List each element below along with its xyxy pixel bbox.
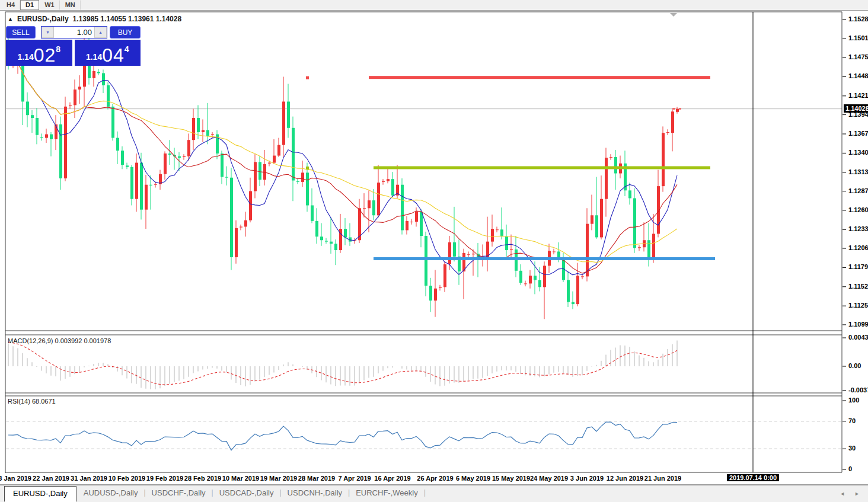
buy-price-big-digits: 04 xyxy=(102,47,125,63)
level-line-2[interactable] xyxy=(374,257,715,260)
macd-tick-label: -0.00371 xyxy=(848,386,868,394)
time-axis-label: 12 Jun 2019 xyxy=(607,475,643,482)
price-tick-label: 1.13405 xyxy=(848,149,868,156)
bid-price-box: 1.14028 xyxy=(844,104,868,113)
level-line-0[interactable] xyxy=(369,76,710,79)
level-line-1[interactable] xyxy=(374,166,710,169)
chart-tab-bar: EURUSD-,DailyAUDUSD-,Daily|USDCHF-,Daily… xyxy=(0,485,868,502)
chart-title: ▲ EURUSD-,Daily 1.13985 1.14055 1.13961 … xyxy=(8,15,181,23)
time-axis-label: 28 Feb 2019 xyxy=(184,475,221,482)
chart-canvas[interactable] xyxy=(0,0,868,502)
one-click-trading-panel: SELL ▾ ▴ BUY 1.14 02 8 1.14 04 4 xyxy=(6,26,141,66)
time-axis-label: 3 Jun 2019 xyxy=(570,475,604,482)
tab-separator: | xyxy=(424,485,426,502)
last-bar-right-tick xyxy=(679,108,681,110)
price-tick-label: 1.14750 xyxy=(848,53,868,60)
time-axis-label: 15 May 2019 xyxy=(492,475,530,482)
rsi-tick-label: 70 xyxy=(848,417,856,424)
price-tick-label: 1.15015 xyxy=(848,34,868,41)
chart-tab-usdcad-daily[interactable]: USDCAD-,Daily xyxy=(213,485,280,502)
macd-signal-line xyxy=(8,342,677,385)
rsi-tick-label: 30 xyxy=(848,445,856,452)
rsi-indicator-label: RSI(14) 68.0671 xyxy=(8,398,56,405)
tab-scroll-controls: ◄► xyxy=(840,485,868,502)
volume-decrease-button[interactable]: ▾ xyxy=(42,27,54,38)
level-line-handle-0[interactable] xyxy=(306,76,309,79)
rsi-tick-label: 100 xyxy=(848,397,859,404)
price-tick-label: 1.12065 xyxy=(848,244,868,251)
price-tick-label: 1.12870 xyxy=(848,187,868,194)
price-tick-label: 1.12600 xyxy=(848,206,868,213)
sell-price-display[interactable]: 1.14 02 8 xyxy=(6,40,72,66)
macd-tick-label: 0.00 xyxy=(848,362,861,369)
chart-ohlc-values: 1.13985 1.14055 1.13961 1.14028 xyxy=(73,15,182,23)
price-tick-label: 1.14210 xyxy=(848,92,868,99)
volume-input[interactable] xyxy=(54,27,94,38)
time-axis-label: 19 Feb 2019 xyxy=(146,475,183,482)
macd-indicator-label: MACD(12,26,9) 0.003992 0.001978 xyxy=(8,337,111,344)
time-axis-label: 24 May 2019 xyxy=(530,475,568,482)
buy-button[interactable]: BUY xyxy=(110,26,141,39)
price-tick-label: 1.12330 xyxy=(848,225,868,232)
time-axis-label: 21 Jun 2019 xyxy=(644,475,681,482)
time-axis-label: 16 Apr 2019 xyxy=(374,475,410,482)
price-tick-label: 1.11255 xyxy=(848,302,868,309)
time-axis-label: 19 Mar 2019 xyxy=(260,475,297,482)
time-axis-label: 28 Mar 2019 xyxy=(298,475,335,482)
volume-spinner: ▾ ▴ xyxy=(41,26,107,39)
price-tick-label: 1.14480 xyxy=(848,72,868,79)
price-tick-label: 1.13675 xyxy=(848,130,868,137)
candles-layer xyxy=(7,29,681,319)
chart-symbol-label: EURUSD-,Daily xyxy=(17,15,69,23)
price-tick-label: 1.13135 xyxy=(848,168,868,175)
last-bar-left-tick xyxy=(673,108,675,110)
macd-tick-label: 0.004359 xyxy=(848,334,868,341)
chart-tab-usdchf-daily[interactable]: USDCHF-,Daily xyxy=(146,485,212,502)
buy-price-display[interactable]: 1.14 04 4 xyxy=(75,40,141,66)
rsi-line xyxy=(8,422,677,450)
sell-price-pipette: 8 xyxy=(56,45,60,53)
shift-end-triangle-icon[interactable] xyxy=(670,13,677,17)
buy-price-prefix: 1.14 xyxy=(86,53,102,61)
sell-price-big-digits: 02 xyxy=(34,47,56,63)
price-tick-label: 1.10990 xyxy=(848,321,868,328)
rsi-tick-label: 0 xyxy=(848,465,852,472)
time-axis-label: 13 Jan 2019 xyxy=(0,475,31,482)
sell-button[interactable]: SELL xyxy=(6,26,36,39)
time-axis-label: 26 Apr 2019 xyxy=(417,475,453,482)
time-axis-label: 22 Jan 2019 xyxy=(33,475,69,482)
time-axis[interactable]: 13 Jan 201922 Jan 201931 Jan 201910 Feb … xyxy=(0,473,868,484)
time-axis-label: 7 Apr 2019 xyxy=(338,475,371,482)
volume-increase-button[interactable]: ▴ xyxy=(94,27,107,38)
crosshair-date-box: 2019.07.14 0:00 xyxy=(727,474,779,481)
time-axis-label: 10 Mar 2019 xyxy=(222,475,259,482)
tab-scroll-right-icon[interactable]: ► xyxy=(854,491,860,497)
chart-tab-audusd-daily[interactable]: AUDUSD-,Daily xyxy=(78,485,144,502)
chart-tab-eurchf-weekly[interactable]: EURCHF-,Weekly xyxy=(350,485,424,502)
macd-histogram xyxy=(8,340,677,389)
time-axis-label: 6 May 2019 xyxy=(456,475,490,482)
tab-scroll-left-icon[interactable]: ◄ xyxy=(840,491,845,497)
chart-tab-usdcnh-daily[interactable]: USDCNH-,Daily xyxy=(282,485,348,502)
chart-tab-eurusd-daily[interactable]: EURUSD-,Daily xyxy=(4,486,76,502)
one-click-trading-collapse-icon[interactable]: ▲ xyxy=(8,16,13,22)
time-axis-label: 31 Jan 2019 xyxy=(71,475,107,482)
level-line-handle-1[interactable] xyxy=(306,167,309,170)
buy-price-pipette: 4 xyxy=(125,45,129,53)
trading-terminal-window: H4D1W1MN ▲ EURUSD-,Daily 1.13985 1.14055… xyxy=(0,0,868,502)
price-tick-label: 1.11525 xyxy=(848,283,868,290)
time-axis-label: 10 Feb 2019 xyxy=(108,475,145,482)
sell-price-prefix: 1.14 xyxy=(17,53,33,61)
price-tick-label: 1.15285 xyxy=(848,15,868,23)
price-tick-label: 1.11795 xyxy=(848,263,868,270)
